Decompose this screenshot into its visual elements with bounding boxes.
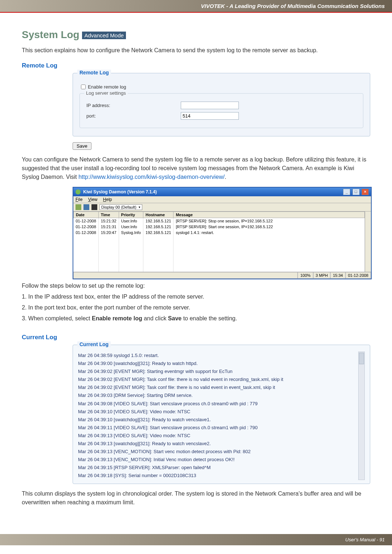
log-entry: Mar 26 04:39:03 [DRM Service]: Starting … <box>78 391 356 399</box>
status-pct: 100% <box>298 272 313 279</box>
current-log-panel: Current Log Mar 26 04:38:59 syslogd 1.5.… <box>73 345 370 484</box>
table-row <box>74 264 365 272</box>
table-row <box>74 243 365 250</box>
remote-log-heading: Remote Log <box>22 62 370 69</box>
cell-prio: User.Info <box>119 224 143 230</box>
window-controls: _ □ × <box>342 189 369 195</box>
enable-remote-log-checkbox[interactable] <box>81 85 86 89</box>
log-server-legend: Log server settings <box>84 90 128 96</box>
ip-address-label: IP address: <box>86 103 181 108</box>
table-row <box>74 250 365 257</box>
page-footer: User's Manual - 91 <box>0 534 392 545</box>
port-input[interactable] <box>181 112 239 120</box>
kiwi-syslog-window: Kiwi Syslog Daemon (Version 7.1.4) _ □ ×… <box>73 187 372 279</box>
current-log-scrollbar[interactable] <box>358 352 365 480</box>
port-label: port: <box>86 113 181 119</box>
cell-host: 192.168.5.121 <box>143 230 173 235</box>
log-entry: Mar 26 04:39:02 [EVENT MGR]: Task conf f… <box>78 376 356 383</box>
log-entry: Mar 26 04:39:15 [RTSP SERVER]: XMLSParse… <box>78 464 356 472</box>
cell-date: 01-12-2008 <box>74 230 99 235</box>
log-entry: Mar 26 04:39:02 [EVENT MGR]: Task conf f… <box>78 383 356 391</box>
para1-end: . <box>225 174 226 180</box>
log-server-settings-panel: Log server settings IP address: port: <box>79 93 363 128</box>
kiwi-title-label: Kiwi Syslog Daemon (Version 7.1.4) <box>83 189 157 194</box>
cell-prio: Syslog.Info <box>119 230 143 235</box>
log-entry: Mar 26 04:39:10 [swatchdog][321]: Ready … <box>78 416 356 424</box>
enable-remote-log-label: Enable remote log <box>88 84 126 90</box>
current-log-legend: Current Log <box>77 341 111 347</box>
log-entry: Mar 26 04:39:11 [VIDEO SLAVE]: Start ven… <box>78 424 356 432</box>
kiwi-link[interactable]: http://www.kiwisyslog.com/kiwi-syslog-da… <box>78 174 225 180</box>
cell-time: 15:21:31 <box>98 224 119 230</box>
kiwi-app-icon <box>75 189 81 194</box>
log-entry: Mar 26 04:39:13 [VENC_MOTION]: Start ven… <box>78 448 356 456</box>
log-entry: Mar 26 04:39:18 [SYS]: Serial number = 0… <box>78 472 356 480</box>
toolbar-icon-1[interactable] <box>75 204 81 210</box>
bottom-paragraph: This column displays the system log in c… <box>22 489 370 507</box>
status-mph: 3 MPH <box>313 272 331 279</box>
step-2: 2. In the port text box, enter the port … <box>22 303 370 312</box>
kiwi-titlebar: Kiwi Syslog Daemon (Version 7.1.4) _ □ × <box>73 188 371 196</box>
log-entry: Mar 26 04:39:13 [VIDEO SLAVE]: Video mod… <box>78 432 356 440</box>
close-icon[interactable]: × <box>362 189 369 195</box>
table-row[interactable]: 01-12-2008 15:21:31 User.Info 192.168.5.… <box>74 224 365 230</box>
enable-remote-log-row: Enable remote log <box>79 83 363 90</box>
table-row[interactable]: 01-12-2008 15:20:47 Syslog.Info 192.168.… <box>74 230 365 235</box>
cell-date: 01-12-2008 <box>74 218 99 224</box>
log-entry: Mar 26 04:39:10 [VIDEO SLAVE]: Video mod… <box>78 408 356 416</box>
minimize-icon[interactable]: _ <box>343 189 350 195</box>
section-title: System Log Advanced Mode <box>22 29 370 41</box>
log-entry: Mar 26 04:39:13 [VENC_MOTION]: Initial V… <box>78 456 356 464</box>
cell-host: 192.168.5.121 <box>143 224 173 230</box>
col-hostname[interactable]: Hostname <box>143 212 173 218</box>
toolbar-icon-3[interactable] <box>91 204 97 210</box>
cell-host: 192.168.5.121 <box>143 218 173 224</box>
syslog-table: Date Time Priority Hostname Message 01-1… <box>73 212 365 272</box>
col-message[interactable]: Message <box>173 212 365 218</box>
menu-help[interactable]: Help <box>103 197 112 202</box>
ip-address-input[interactable] <box>181 102 239 109</box>
log-entry: Mar 26 04:39:13 [swatchdog][321]: Ready … <box>78 440 356 448</box>
col-priority[interactable]: Priority <box>119 212 143 218</box>
status-time: 15:34 <box>330 272 346 279</box>
current-log-heading: Current Log <box>22 334 370 341</box>
cell-prio: User.Info <box>119 218 143 224</box>
col-date[interactable]: Date <box>74 212 99 218</box>
maximize-icon[interactable]: □ <box>352 189 360 195</box>
step-3: 3. When completed, select Enable remote … <box>22 314 370 323</box>
kiwi-scrollbar[interactable] <box>365 212 371 272</box>
log-entry: Mar 26 04:39:00 [swatchdog][321]: Ready … <box>78 360 356 368</box>
kiwi-toolbar: Display 00 (Default) <box>73 203 371 212</box>
save-button[interactable]: Save <box>73 142 91 150</box>
cell-msg: syslogd 1.4.1: restart. <box>173 230 365 235</box>
current-log-list: Mar 26 04:38:59 syslogd 1.5.0: restart. … <box>78 352 356 480</box>
status-date: 01-12-2008 <box>346 272 371 279</box>
log-entry: Mar 26 04:39:02 [EVENT MGR]: Starting ev… <box>78 368 356 376</box>
steps-intro: Follow the steps below to set up the rem… <box>22 282 370 290</box>
table-row <box>74 257 365 264</box>
scrollbar-thumb[interactable] <box>359 353 364 364</box>
kiwi-title-text: Kiwi Syslog Daemon (Version 7.1.4) <box>75 189 157 195</box>
cell-time: 15:20:47 <box>98 230 119 235</box>
advanced-mode-badge: Advanced Mode <box>82 32 126 39</box>
page-header-banner: VIVOTEK - A Leading Provider of Multimed… <box>0 0 392 13</box>
cell-msg: [RTSP SERVER]: Stop one session, IP=192.… <box>173 218 365 224</box>
toolbar-icon-2[interactable] <box>83 204 89 210</box>
remote-log-paragraph: You can configure the Network Camera to … <box>22 155 370 181</box>
table-row <box>74 235 365 243</box>
col-time[interactable]: Time <box>98 212 119 218</box>
intro-paragraph: This section explains how to configure t… <box>22 46 370 55</box>
kiwi-statusbar: 100% 3 MPH 15:34 01-12-2008 <box>73 272 371 279</box>
menu-file[interactable]: File <box>75 197 82 202</box>
log-entry: Mar 26 04:39:08 [VIDEO SLAVE]: Start ven… <box>78 400 356 408</box>
cell-msg: [RTSP SERVER]: Start one session, IP=192… <box>173 224 365 230</box>
cell-time: 15:21:32 <box>98 218 119 224</box>
step-1: 1. In the IP address text box, enter the… <box>22 292 370 301</box>
log-entry: Mar 26 04:38:59 syslogd 1.5.0: restart. <box>78 352 356 360</box>
menu-view[interactable]: View <box>88 197 98 202</box>
kiwi-menubar: File View Help <box>73 196 371 203</box>
remote-log-panel: Remote Log Enable remote log Log server … <box>73 73 370 136</box>
section-title-text: System Log <box>22 29 79 40</box>
display-dropdown[interactable]: Display 00 (Default) <box>99 204 142 210</box>
table-row[interactable]: 01-12-2008 15:21:32 User.Info 192.168.5.… <box>74 218 365 224</box>
